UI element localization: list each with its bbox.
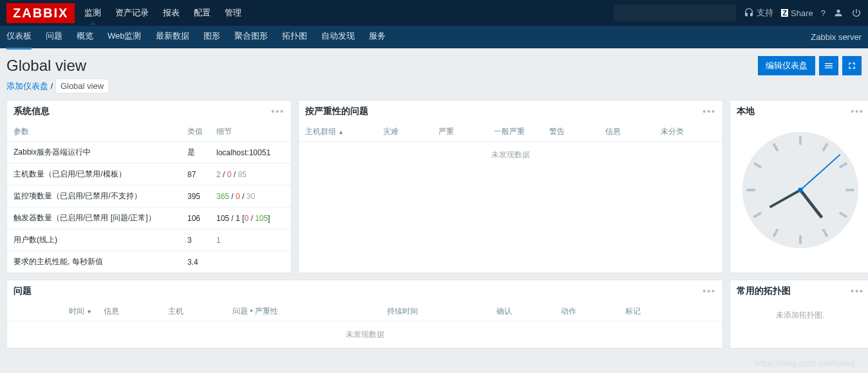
topnav-item[interactable]: 报表 — [163, 7, 180, 19]
detail-cell: 105 / 1 [0 / 105] — [210, 207, 291, 229]
detail-cell — [210, 251, 291, 273]
col-header[interactable]: 时间 ▼ — [14, 306, 104, 317]
top-bar: ZABBIX 监测资产记录报表配置管理 支持 ZShare ? — [0, 0, 868, 26]
col-header[interactable]: 主机 — [168, 306, 232, 317]
value-cell: 3.4 — [181, 251, 210, 273]
dashboard-row-1: 系统信息 ••• 参数类值细节 Zabbix服务器端运行中是localhost:… — [0, 100, 868, 273]
clock-face — [730, 122, 868, 263]
col-header[interactable]: 标记 — [625, 306, 690, 317]
col-header[interactable]: 信息 — [605, 126, 661, 137]
table-row: 用户数(线上)31 — [7, 229, 291, 251]
col-header[interactable]: 问题 • 严重性 — [232, 306, 387, 317]
help-icon[interactable]: ? — [821, 8, 826, 18]
sub-nav: 仪表板问题概览Web监测最新数据图形聚合图形拓扑图自动发现服务 — [6, 30, 386, 44]
z-badge: Z — [781, 9, 788, 17]
detail-cell: 2 / 0 / 85 — [210, 164, 291, 186]
col-header[interactable]: 未分类 — [661, 126, 716, 137]
severity-columns: 主机群组 ▲灾难严重一般严重警告信息未分类 — [299, 122, 722, 142]
subnav-item[interactable]: 概览 — [77, 30, 93, 44]
widget-menu-icon[interactable]: ••• — [703, 106, 716, 117]
param-cell: 监控项数量（已启用/已禁用/不支持） — [7, 186, 181, 207]
subnav-item[interactable]: 仪表板 — [6, 30, 32, 50]
col-header[interactable]: 灾难 — [383, 126, 439, 137]
topnav-item[interactable]: 管理 — [225, 7, 241, 19]
widget-header: 常用的拓扑图 ••• — [730, 280, 868, 302]
menu-icon — [824, 61, 834, 71]
top-nav: 监测资产记录报表配置管理 — [84, 7, 241, 19]
widget-severity: 按严重性的问题 ••• 主机群组 ▲灾难严重一般严重警告信息未分类 未发现数据 — [298, 100, 723, 273]
support-link[interactable]: 支持 — [744, 7, 773, 19]
widget-title: 常用的拓扑图 — [737, 285, 791, 297]
dashboard-row-2: 问题 ••• 时间 ▼信息主机问题 • 严重性持续时间确认动作标记 未发现数据 … — [0, 273, 868, 349]
user-icon[interactable] — [833, 8, 844, 18]
topnav-item[interactable]: 监测 — [84, 7, 101, 19]
search-box — [614, 5, 736, 21]
power-icon[interactable] — [851, 8, 862, 18]
value-cell: 是 — [181, 142, 210, 164]
widget-title: 问题 — [14, 285, 32, 297]
widget-menu-icon[interactable]: ••• — [271, 106, 285, 117]
value-cell: 106 — [181, 207, 210, 229]
widget-title: 按严重性的问题 — [305, 106, 368, 117]
widget-menu-icon[interactable]: ••• — [703, 286, 716, 296]
headset-icon — [744, 8, 754, 18]
col-header[interactable]: 一般严重 — [494, 126, 549, 137]
widget-menu-icon[interactable]: ••• — [851, 286, 864, 296]
fullscreen-icon — [847, 61, 857, 71]
subnav-item[interactable]: 问题 — [46, 30, 62, 44]
crumb-current: Global view — [55, 79, 109, 93]
table-row: 监控项数量（已启用/已禁用/不支持）395365 / 0 / 30 — [7, 186, 291, 207]
subnav-item[interactable]: 拓扑图 — [282, 30, 307, 44]
topnav-item[interactable]: 资产记录 — [115, 7, 149, 19]
param-cell: 用户数(线上) — [7, 229, 181, 251]
search-input[interactable] — [619, 8, 731, 18]
widget-clock: 本地 ••• — [730, 100, 868, 273]
widget-maps: 常用的拓扑图 ••• 未添加拓扑图. — [730, 280, 868, 349]
server-name[interactable]: Zabbix server — [811, 32, 862, 42]
value-cell: 3 — [181, 229, 210, 251]
col-header[interactable]: 主机群组 ▲ — [305, 126, 383, 137]
no-data: 未发现数据 — [7, 321, 722, 348]
subnav-item[interactable]: 服务 — [369, 30, 386, 44]
detail-cell: 365 / 0 / 30 — [210, 186, 291, 207]
detail-cell: localhost:10051 — [210, 142, 291, 164]
widget-title: 系统信息 — [14, 106, 50, 117]
subnav-item[interactable]: 聚合图形 — [234, 30, 268, 44]
crumb-add[interactable]: 添加仪表盘 — [6, 81, 48, 91]
breadcrumb: 添加仪表盘 / Global view — [0, 81, 868, 100]
fullscreen-button[interactable] — [842, 56, 862, 75]
table-row: Zabbix服务器端运行中是localhost:10051 — [7, 142, 291, 164]
logo: ZABBIX — [6, 3, 75, 23]
clock-icon — [739, 129, 862, 251]
col-header[interactable]: 信息 — [104, 306, 168, 317]
col-header[interactable]: 动作 — [561, 306, 625, 317]
subnav-item[interactable]: 自动发现 — [321, 30, 355, 44]
col-header[interactable]: 严重 — [439, 126, 494, 137]
sysinfo-table: 参数类值细节 Zabbix服务器端运行中是localhost:10051主机数量… — [7, 122, 291, 273]
param-cell: 要求的主机性能, 每秒新值 — [7, 251, 181, 273]
share-link[interactable]: ZShare — [781, 8, 813, 18]
value-cell: 87 — [181, 164, 210, 186]
widget-header: 按严重性的问题 ••• — [299, 100, 722, 122]
widget-header: 问题 ••• — [7, 280, 722, 302]
col-header[interactable]: 警告 — [549, 126, 605, 137]
support-label: 支持 — [757, 7, 773, 19]
widget-title: 本地 — [737, 106, 755, 117]
empty-maps: 未添加拓扑图. — [730, 302, 868, 329]
subnav-item[interactable]: 图形 — [203, 30, 220, 44]
param-cell: Zabbix服务器端运行中 — [7, 142, 181, 164]
menu-button[interactable] — [819, 56, 838, 75]
subnav-item[interactable]: 最新数据 — [156, 30, 189, 44]
col-header[interactable]: 持续时间 — [387, 306, 496, 317]
edit-dashboard-button[interactable]: 编辑仪表盘 — [758, 56, 815, 75]
header-buttons: 编辑仪表盘 — [758, 56, 862, 75]
param-cell: 触发器数量（已启用/已禁用 [问题/正常]） — [7, 207, 181, 229]
subnav-item[interactable]: Web监测 — [108, 30, 142, 44]
widget-header: 本地 ••• — [730, 100, 868, 122]
widget-menu-icon[interactable]: ••• — [851, 106, 864, 117]
svg-point-13 — [798, 187, 803, 193]
problems-columns: 时间 ▼信息主机问题 • 严重性持续时间确认动作标记 — [7, 302, 722, 321]
col-header[interactable]: 确认 — [496, 306, 561, 317]
widget-sysinfo: 系统信息 ••• 参数类值细节 Zabbix服务器端运行中是localhost:… — [6, 100, 292, 273]
topnav-item[interactable]: 配置 — [194, 7, 211, 19]
